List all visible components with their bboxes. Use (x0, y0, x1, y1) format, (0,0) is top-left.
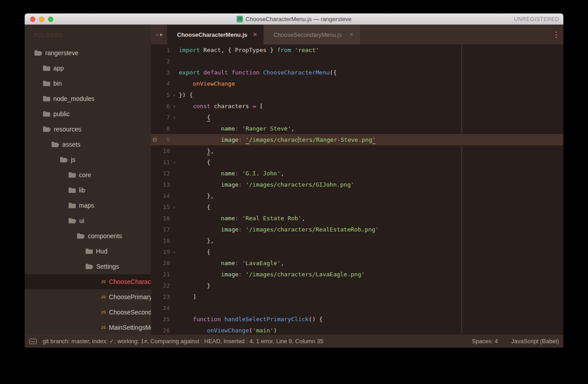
gutter: 25 (151, 314, 179, 325)
sidebar-item-hud[interactable]: Hud (25, 244, 151, 259)
code-line-text: function handleSelectPrimaryClick() { (179, 316, 323, 323)
folders-header: FOLDERS (25, 30, 151, 41)
gutter: 6∨ (151, 100, 179, 112)
line-number: 8 (158, 125, 170, 132)
js-file-badge-icon: JS (101, 310, 106, 314)
close-window-button[interactable] (30, 17, 35, 22)
sidebar-item-lib[interactable]: lib (25, 183, 151, 198)
line-number: 24 (158, 305, 170, 311)
tab-label: ChooseCharacterMenu.js (177, 31, 251, 38)
window-title-group: JS ChooseCharacterMenu.js — rangersteve (25, 16, 563, 22)
fold-arrow-icon[interactable]: ∨ (170, 93, 179, 97)
sidebar-item-settings[interactable]: Settings (25, 259, 151, 274)
line-number: 5 (158, 92, 170, 98)
gutter: 11∨ (151, 157, 179, 168)
code-line: 6∨ const characters = [ (151, 100, 563, 112)
sidebar-item-label: app (53, 65, 64, 72)
code-line-text: image: '/images/characters/LavaEagle.png… (179, 271, 365, 278)
code-line-text: image: '/images/characters/Ranger-Steve.… (179, 136, 376, 143)
license-status-label: UNREGISTERED (514, 13, 559, 25)
gutter: 19∨ (151, 246, 179, 257)
code-line-text: import React, { PropTypes } from 'react' (179, 47, 319, 53)
sidebar-item-maps[interactable]: maps (25, 198, 151, 213)
folder-icon (43, 111, 50, 117)
folder-open-icon (43, 127, 51, 132)
sidebar-item-public[interactable]: public (25, 106, 151, 122)
fold-arrow-icon[interactable]: ∨ (170, 160, 179, 165)
sidebar-item-core[interactable]: core (25, 167, 151, 183)
code-line-text: }) { (179, 92, 193, 98)
fold-arrow-icon[interactable]: ∨ (170, 205, 179, 209)
gutter: 7∨ (151, 112, 179, 123)
minimize-window-button[interactable] (39, 17, 44, 22)
folder-icon (69, 203, 76, 208)
code-editor[interactable]: 1import React, { PropTypes } from 'react… (151, 44, 563, 335)
history-back-button[interactable]: ◀ (155, 32, 158, 37)
code-line: 24 (151, 302, 563, 314)
tab-choosesecondarymenu-js[interactable]: ChooseSecondaryMenu.js✕ (264, 25, 360, 44)
history-forward-button[interactable]: ▶ (160, 32, 163, 37)
sidebar-item-node-modules[interactable]: node_modules (25, 91, 151, 106)
line-number: 25 (158, 316, 170, 323)
code-line-text: { (179, 249, 210, 255)
sidebar-item-choosecharacte[interactable]: JSChooseCharacte (25, 274, 151, 289)
syntax-indicator[interactable]: JavaScript (Babel) (511, 338, 559, 345)
code-line-text: onViewChange('main') (179, 327, 277, 334)
indentation-indicator[interactable]: Spaces: 4 (472, 338, 498, 345)
sidebar-item-mainsettingsme[interactable]: JSMainSettingsMe (25, 320, 151, 335)
fold-arrow-icon[interactable]: ∨ (170, 104, 179, 109)
code-line-text: image: '/images/characters/GIJohn.png' (179, 181, 354, 188)
folder-icon (69, 188, 76, 193)
line-number: 14 (158, 192, 170, 199)
panel-switcher-icon[interactable] (29, 339, 37, 344)
fold-arrow-icon[interactable]: ∨ (170, 250, 179, 254)
sidebar-item-rangersteve[interactable]: rangersteve (25, 45, 151, 61)
code-line-text: name: 'LavaEagle', (179, 260, 284, 266)
overflow-menu-button[interactable]: ⋮ (552, 25, 560, 44)
line-number: 6 (158, 103, 170, 109)
line-number: 3 (158, 69, 170, 76)
sidebar-item-components[interactable]: components (25, 228, 151, 244)
folder-open-icon (86, 264, 93, 269)
code-line: 5∨}) { (151, 89, 563, 100)
code-line: 18 }, (151, 235, 563, 246)
line-number: 15 (158, 204, 170, 210)
folder-icon (86, 249, 93, 254)
status-bar: git branch: master, index: ✓, working: 1… (25, 335, 563, 348)
js-file-badge-icon: JS (101, 295, 106, 299)
js-file-badge-icon: JS (101, 325, 106, 330)
tab-close-icon[interactable]: ✕ (347, 31, 355, 38)
sidebar-item-chooseprimarym[interactable]: JSChoosePrimaryM (25, 289, 151, 305)
gutter: 22 (151, 280, 179, 291)
sidebar-item-label: maps (79, 202, 94, 209)
gutter: 14 (151, 190, 179, 201)
sidebar-item-assets[interactable]: assets (25, 137, 151, 152)
zoom-window-button[interactable] (48, 17, 53, 22)
fold-arrow-icon[interactable]: ∨ (170, 115, 179, 120)
sidebar: FOLDERS rangersteveappbinnode_modulespub… (25, 25, 151, 335)
sidebar-item-label: MainSettingsMe (109, 324, 151, 331)
sidebar-item-resources[interactable]: resources (25, 122, 151, 137)
sidebar-item-chooseseconda[interactable]: JSChooseSeconda (25, 305, 151, 320)
sidebar-item-app[interactable]: app (25, 61, 151, 76)
code-line-text: { (179, 114, 210, 121)
sidebar-item-js[interactable]: js (25, 152, 151, 167)
tab-choosecharactermenu-js[interactable]: ChooseCharacterMenu.js✕ (167, 25, 264, 44)
code-line: 16 name: 'Real Estate Rob', (151, 213, 563, 224)
line-number: 1 (158, 47, 170, 53)
sidebar-item-label: ChoosePrimaryM (109, 293, 151, 301)
folder-open-icon (52, 142, 59, 147)
tab-close-icon[interactable]: ✕ (251, 31, 259, 38)
code-line: 12 name: 'G.I. John', (151, 168, 563, 179)
sidebar-item-ui[interactable]: ui (25, 213, 151, 228)
title-bar[interactable]: JS ChooseCharacterMenu.js — rangersteve … (25, 13, 563, 25)
line-number: 16 (158, 215, 170, 222)
code-line: 4 onViewChange (151, 78, 563, 89)
gutter: 24 (151, 302, 179, 314)
window-title: ChooseCharacterMenu.js — rangersteve (246, 16, 351, 22)
line-number: 13 (158, 181, 170, 188)
sidebar-item-label: core (79, 171, 91, 179)
gutter: 5∨ (151, 89, 179, 100)
folder-open-icon (69, 218, 76, 223)
sidebar-item-bin[interactable]: bin (25, 76, 151, 91)
